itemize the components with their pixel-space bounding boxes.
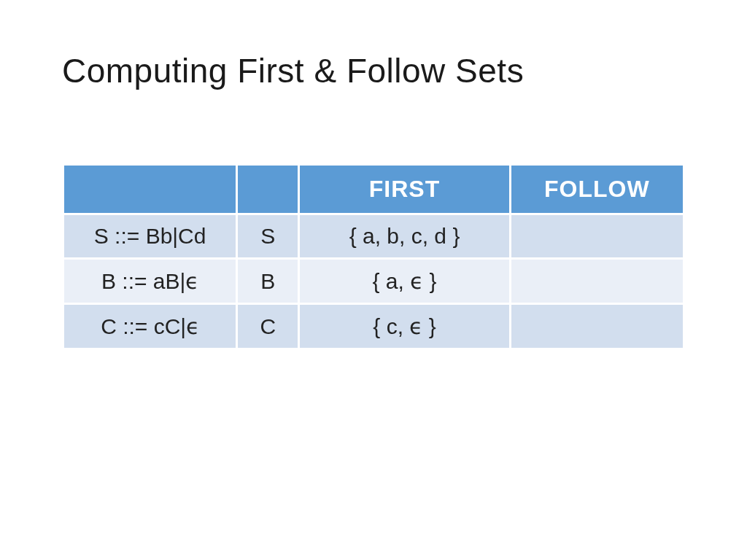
cell-grammar: C ::= cC|ϵ — [63, 304, 237, 349]
header-first: FIRST — [299, 165, 510, 214]
cell-first: { a, ϵ } — [299, 259, 510, 304]
cell-symbol: B — [237, 259, 299, 304]
cell-follow — [510, 214, 684, 259]
slide-title: Computing First & Follow Sets — [62, 51, 685, 90]
header-follow: FOLLOW — [510, 165, 684, 214]
cell-symbol: S — [237, 214, 299, 259]
header-symbol — [237, 165, 299, 214]
cell-first: { a, b, c, d } — [299, 214, 510, 259]
cell-first: { c, ϵ } — [299, 304, 510, 349]
cell-follow — [510, 304, 684, 349]
header-grammar — [63, 165, 237, 214]
table-row: S ::= Bb|Cd S { a, b, c, d } — [63, 214, 684, 259]
cell-symbol: C — [237, 304, 299, 349]
cell-follow — [510, 259, 684, 304]
cell-grammar: B ::= aB|ϵ — [63, 259, 237, 304]
table-row: C ::= cC|ϵ C { c, ϵ } — [63, 304, 684, 349]
first-follow-table: FIRST FOLLOW S ::= Bb|Cd S { a, b, c, d … — [62, 163, 685, 350]
table-header-row: FIRST FOLLOW — [63, 165, 684, 214]
table-row: B ::= aB|ϵ B { a, ϵ } — [63, 259, 684, 304]
cell-grammar: S ::= Bb|Cd — [63, 214, 237, 259]
slide: Computing First & Follow Sets FIRST FOLL… — [0, 0, 747, 560]
